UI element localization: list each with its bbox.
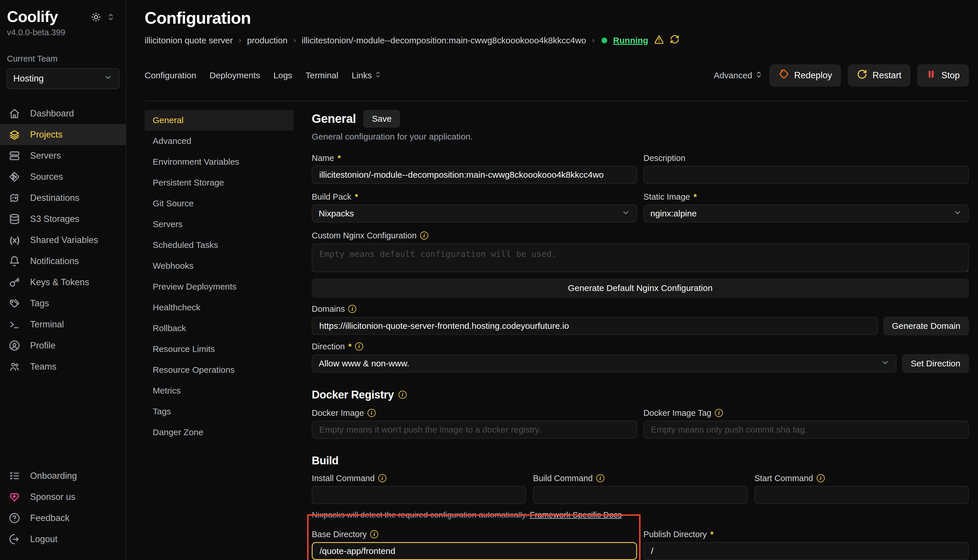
- team-select-value: Hosting: [13, 73, 43, 84]
- subnav-git-source[interactable]: Git Source: [145, 193, 294, 214]
- sidebar-item-terminal[interactable]: Terminal: [0, 314, 126, 335]
- team-select[interactable]: Hosting: [7, 68, 119, 89]
- subnav-persistent-storage[interactable]: Persistent Storage: [145, 172, 294, 193]
- start-command-input[interactable]: [754, 486, 969, 504]
- tab-links[interactable]: Links: [352, 70, 382, 80]
- subnav-general[interactable]: General: [145, 110, 294, 131]
- sidebar-item-s3-storages[interactable]: S3 Storages: [0, 208, 126, 230]
- base-directory-input[interactable]: [312, 542, 637, 560]
- build-command-label: Build Command: [533, 473, 592, 483]
- stop-button[interactable]: Stop: [917, 65, 969, 87]
- status-running-link[interactable]: Running: [613, 35, 648, 45]
- tab-logs[interactable]: Logs: [274, 70, 293, 80]
- framework-docs-link[interactable]: Framework Specific Docs: [530, 510, 622, 519]
- theme-toggle-sun-icon[interactable]: [91, 12, 101, 23]
- build-command-input[interactable]: [533, 486, 747, 504]
- list-checks-icon: [8, 470, 21, 482]
- sidebar-item-feedback[interactable]: Feedback: [0, 507, 126, 528]
- sidebar-footer: Onboarding Sponsor us Feedback Logout: [0, 465, 126, 550]
- tab-bar: Configuration Deployments Logs Terminal …: [145, 64, 969, 87]
- info-icon[interactable]: i: [596, 474, 604, 482]
- description-input[interactable]: [644, 166, 969, 184]
- section-title-general: General: [312, 112, 356, 126]
- sidebar-item-servers[interactable]: Servers: [0, 145, 126, 166]
- tab-configuration[interactable]: Configuration: [145, 70, 196, 80]
- build-pack-select[interactable]: Nixpacks: [312, 205, 637, 222]
- info-icon[interactable]: i: [715, 409, 723, 417]
- generate-nginx-button[interactable]: Generate Default Nginx Configuration: [312, 278, 969, 298]
- subnav-advanced[interactable]: Advanced: [145, 131, 294, 152]
- direction-select[interactable]: Allow www & non-www.: [312, 355, 896, 372]
- subnav-environment-variables[interactable]: Environment Variables: [145, 152, 294, 172]
- subnav-resource-operations[interactable]: Resource Operations: [145, 360, 294, 380]
- warning-triangle-icon[interactable]: [654, 34, 664, 46]
- build-pack-label: Build Pack: [312, 192, 351, 202]
- subnav-resource-limits[interactable]: Resource Limits: [145, 339, 294, 360]
- subnav-preview-deployments[interactable]: Preview Deployments: [145, 276, 294, 297]
- docker-image-tag-input[interactable]: [644, 421, 969, 438]
- map-icon: [8, 192, 21, 203]
- sidebar-item-dashboard[interactable]: Dashboard: [0, 103, 126, 124]
- info-icon[interactable]: i: [817, 474, 825, 482]
- custom-nginx-textarea[interactable]: [312, 243, 969, 272]
- sidebar-item-label: Projects: [30, 130, 62, 140]
- chevron-down-icon: [953, 208, 962, 219]
- sidebar-item-profile[interactable]: Profile: [0, 335, 126, 356]
- sidebar-item-teams[interactable]: Teams: [0, 356, 126, 377]
- sidebar-item-label: Terminal: [30, 319, 64, 330]
- breadcrumb-application[interactable]: illicitestonion/-module--decomposition:m…: [302, 35, 586, 45]
- subnav-scheduled-tasks[interactable]: Scheduled Tasks: [145, 235, 294, 255]
- sidebar-item-label: Keys & Tokens: [30, 277, 89, 288]
- sidebar-item-sources[interactable]: Sources: [0, 166, 126, 187]
- breadcrumb-project[interactable]: illicitonion quote server: [145, 35, 233, 45]
- sidebar-nav: Dashboard Projects Servers Sources Desti…: [0, 103, 126, 377]
- restart-button[interactable]: Restart: [848, 65, 910, 87]
- subnav-healthcheck[interactable]: Healthcheck: [145, 297, 294, 318]
- subnav-servers[interactable]: Servers: [145, 214, 294, 235]
- advanced-dropdown[interactable]: Advanced: [714, 70, 762, 80]
- logout-icon: [8, 534, 21, 545]
- pause-icon: [926, 69, 936, 82]
- sidebar-item-notifications[interactable]: Notifications: [0, 250, 126, 272]
- publish-directory-input[interactable]: [644, 542, 969, 560]
- info-icon[interactable]: i: [348, 305, 356, 313]
- domains-label: Domains: [312, 304, 345, 314]
- required-marker: *: [348, 342, 351, 352]
- sidebar-item-label: Dashboard: [30, 108, 74, 119]
- required-marker: *: [710, 530, 714, 539]
- set-direction-button[interactable]: Set Direction: [902, 354, 969, 373]
- subnav-tags[interactable]: Tags: [145, 401, 294, 422]
- sidebar-item-logout[interactable]: Logout: [0, 528, 126, 550]
- refresh-icon[interactable]: [670, 34, 680, 46]
- tab-terminal[interactable]: Terminal: [306, 70, 338, 80]
- sidebar-item-destinations[interactable]: Destinations: [0, 187, 126, 208]
- tab-deployments[interactable]: Deployments: [209, 70, 260, 80]
- sidebar-item-onboarding[interactable]: Onboarding: [0, 465, 126, 486]
- static-image-select[interactable]: nginx:alpine: [644, 205, 969, 222]
- domains-input[interactable]: [312, 317, 878, 335]
- subnav-metrics[interactable]: Metrics: [145, 380, 294, 401]
- subnav-rollback[interactable]: Rollback: [145, 318, 294, 339]
- info-icon[interactable]: i: [368, 409, 376, 417]
- breadcrumb-environment[interactable]: production: [247, 35, 288, 45]
- info-icon[interactable]: i: [370, 530, 378, 538]
- sidebar-item-keys-tokens[interactable]: Keys & Tokens: [0, 272, 126, 293]
- sidebar-collapse-icon[interactable]: [107, 13, 115, 22]
- sidebar-item-shared-variables[interactable]: (x) Shared Variables: [0, 230, 126, 250]
- custom-nginx-label: Custom Nginx Configuration: [312, 231, 417, 240]
- info-icon[interactable]: i: [378, 474, 386, 482]
- name-input[interactable]: [312, 166, 637, 184]
- docker-image-input[interactable]: [312, 421, 637, 438]
- info-icon[interactable]: i: [398, 391, 406, 399]
- subnav-danger-zone[interactable]: Danger Zone: [145, 422, 294, 443]
- redeploy-button[interactable]: Redeploy: [769, 65, 841, 87]
- generate-domain-button[interactable]: Generate Domain: [883, 317, 969, 335]
- info-icon[interactable]: i: [355, 342, 363, 350]
- sidebar-item-tags[interactable]: Tags: [0, 293, 126, 314]
- sidebar-item-projects[interactable]: Projects: [0, 124, 126, 145]
- subnav-webhooks[interactable]: Webhooks: [145, 255, 294, 276]
- install-command-input[interactable]: [312, 486, 526, 504]
- save-button[interactable]: Save: [363, 110, 400, 127]
- sidebar-item-sponsor-us[interactable]: Sponsor us: [0, 486, 126, 507]
- info-icon[interactable]: i: [420, 232, 428, 240]
